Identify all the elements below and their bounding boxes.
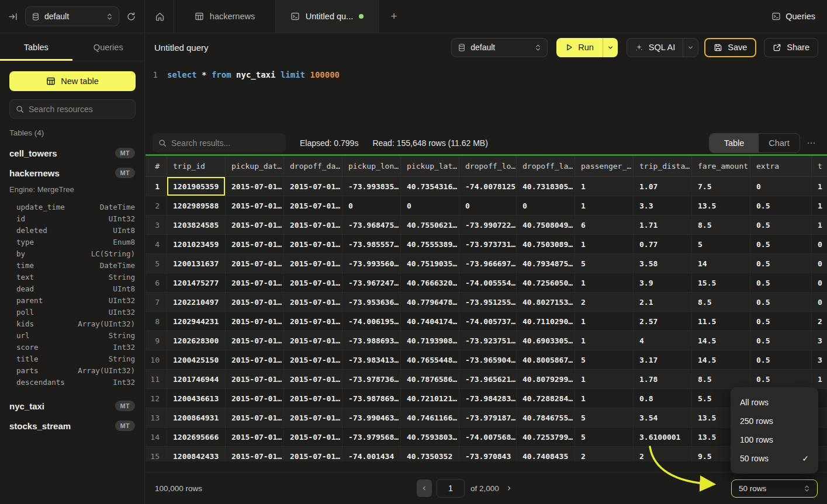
- table-cell[interactable]: 2015-07-01…: [284, 215, 342, 235]
- table-cell[interactable]: 1: [575, 370, 634, 389]
- column-header[interactable]: pickup_dat…: [226, 156, 284, 177]
- menu-item[interactable]: 250 rows: [731, 412, 818, 430]
- table-cell[interactable]: 40.7288284…: [517, 389, 575, 408]
- table-cell[interactable]: 40.8005867…: [517, 350, 575, 370]
- table-cell[interactable]: 1201905359: [167, 177, 226, 196]
- refresh-icon[interactable]: [126, 12, 136, 22]
- table-cell[interactable]: 2015-07-01…: [284, 350, 342, 370]
- sql-editor[interactable]: 1 select * from nyc_taxi limit 100000: [146, 61, 827, 131]
- table-cell[interactable]: 5: [575, 408, 634, 427]
- table-cell[interactable]: 40.7503089…: [517, 235, 575, 254]
- table-cell[interactable]: 7.5: [692, 177, 750, 196]
- table-cell[interactable]: 1: [575, 196, 634, 215]
- table-cell[interactable]: 40.7193908…: [401, 331, 459, 350]
- table-cell[interactable]: 0.5: [750, 235, 812, 254]
- table-cell[interactable]: -73.978736…: [342, 370, 401, 389]
- table-cell[interactable]: -73.993560…: [342, 254, 401, 273]
- search-resources-box[interactable]: [9, 99, 136, 119]
- table-cell[interactable]: 2015-07-01…: [226, 196, 284, 215]
- table-cell[interactable]: -73.965904…: [459, 350, 517, 370]
- table-cell[interactable]: 3.3: [634, 196, 692, 215]
- table-cell[interactable]: 0.5: [750, 331, 812, 350]
- table-cell[interactable]: 1: [575, 235, 634, 254]
- table-cell[interactable]: 2015-07-01…: [226, 447, 284, 461]
- table-cell[interactable]: 2015-07-01…: [226, 408, 284, 427]
- table-cell[interactable]: 1: [812, 196, 827, 215]
- table-cell[interactable]: 2015-07-01…: [284, 196, 342, 215]
- table-cell[interactable]: 2015-07-01…: [226, 427, 284, 447]
- table-cell[interactable]: -74.007568…: [459, 427, 517, 447]
- table-cell[interactable]: 1: [575, 273, 634, 293]
- table-cell[interactable]: 14.5: [692, 331, 750, 350]
- table-cell[interactable]: 0: [812, 293, 827, 312]
- table-cell[interactable]: 2015-07-01…: [284, 312, 342, 331]
- table-cell[interactable]: 2015-07-01…: [284, 389, 342, 408]
- menu-item[interactable]: All rows: [731, 393, 818, 412]
- table-cell[interactable]: 1200842433: [167, 447, 226, 461]
- table-cell[interactable]: 2: [575, 447, 634, 461]
- table-cell[interactable]: 2015-07-01…: [284, 293, 342, 312]
- table-cell[interactable]: -73.990722…: [459, 215, 517, 235]
- table-cell[interactable]: 2015-07-01…: [226, 254, 284, 273]
- column-header[interactable]: #: [146, 156, 167, 177]
- table-cell[interactable]: 0: [401, 196, 459, 215]
- sidebar-tab-queries[interactable]: Queries: [72, 33, 145, 61]
- table-cell[interactable]: 1.78: [634, 370, 692, 389]
- table-cell[interactable]: -73.990463…: [342, 408, 401, 427]
- search-results-box[interactable]: [153, 133, 286, 152]
- run-options-button[interactable]: [603, 38, 618, 57]
- table-cell[interactable]: -73.979187…: [459, 408, 517, 427]
- search-resources-input[interactable]: [29, 105, 129, 114]
- table-cell[interactable]: 0: [517, 196, 575, 215]
- table-cell[interactable]: 2015-07-01…: [284, 447, 342, 461]
- table-cell[interactable]: 8.5: [692, 293, 750, 312]
- table-cell[interactable]: 2: [634, 447, 692, 461]
- table-cell[interactable]: 1.07: [634, 177, 692, 196]
- table-cell[interactable]: 8.5: [692, 370, 750, 389]
- run-button[interactable]: Run: [556, 43, 603, 52]
- table-cell[interactable]: -73.967247…: [342, 273, 401, 293]
- collapse-sidebar-icon[interactable]: [8, 12, 18, 22]
- table-cell[interactable]: 40.7593803…: [401, 427, 459, 447]
- table-cell[interactable]: 5: [575, 427, 634, 447]
- sidebar-database-selector[interactable]: default: [25, 6, 119, 26]
- table-cell[interactable]: 40.8079299…: [517, 370, 575, 389]
- table-cell[interactable]: 0.5: [750, 196, 812, 215]
- table-cell[interactable]: 8.5: [692, 215, 750, 235]
- tab-hackernews[interactable]: hackernews: [174, 0, 276, 33]
- table-cell[interactable]: 40.7404174…: [401, 312, 459, 331]
- view-toggle-table[interactable]: Table: [710, 134, 759, 152]
- table-cell[interactable]: 1200864931: [167, 408, 226, 427]
- sidebar-table-hackernews[interactable]: hackernews MT: [0, 163, 144, 183]
- sidebar-tab-tables[interactable]: Tables: [0, 33, 72, 61]
- table-cell[interactable]: 2015-07-01…: [226, 235, 284, 254]
- table-cell[interactable]: 3: [812, 331, 827, 350]
- table-cell[interactable]: -74.001434: [342, 447, 401, 461]
- table-cell[interactable]: -74.0078125: [459, 177, 517, 196]
- sidebar-table-stocks-stream[interactable]: stocks_stream MT: [0, 416, 144, 436]
- table-cell[interactable]: 3.54: [634, 408, 692, 427]
- table-cell[interactable]: 2015-07-01…: [226, 177, 284, 196]
- table-cell[interactable]: 40.7508049…: [517, 215, 575, 235]
- table-cell[interactable]: 0: [812, 235, 827, 254]
- table-cell[interactable]: 40.7519035…: [401, 254, 459, 273]
- table-cell[interactable]: 15.5: [692, 273, 750, 293]
- table-cell[interactable]: 40.7256050…: [517, 273, 575, 293]
- sql-ai-button[interactable]: SQL AI: [627, 43, 683, 52]
- table-cell[interactable]: -73.966697…: [459, 254, 517, 273]
- table-cell[interactable]: 1202989588: [167, 196, 226, 215]
- table-cell[interactable]: 40.7350352: [401, 447, 459, 461]
- table-cell[interactable]: 2015-07-01…: [284, 408, 342, 427]
- table-cell[interactable]: 1: [575, 331, 634, 350]
- table-cell[interactable]: 3.6100001: [634, 427, 692, 447]
- column-header[interactable]: pickup_lat…: [401, 156, 459, 177]
- table-cell[interactable]: 0.5: [750, 350, 812, 370]
- table-cell[interactable]: -74.005554…: [459, 273, 517, 293]
- view-toggle-chart[interactable]: Chart: [759, 134, 800, 152]
- table-cell[interactable]: -73.973731…: [459, 235, 517, 254]
- table-cell[interactable]: 2015-07-01…: [284, 273, 342, 293]
- queries-button[interactable]: Queries: [771, 0, 815, 33]
- table-cell[interactable]: 1202944231: [167, 312, 226, 331]
- table-cell[interactable]: -73.951255…: [459, 293, 517, 312]
- table-cell[interactable]: 1200425150: [167, 350, 226, 370]
